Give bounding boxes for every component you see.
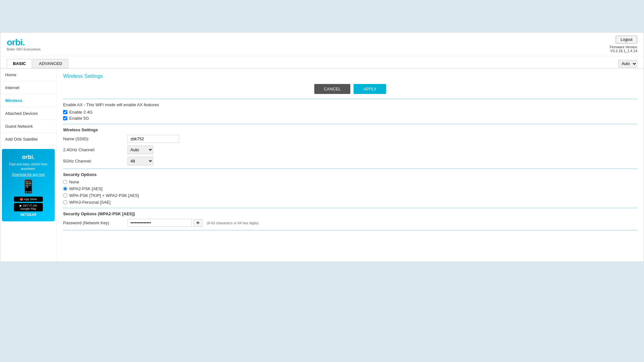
divider-5: [63, 230, 637, 230]
enable-24g-row: Enable 2.4G: [63, 110, 637, 115]
channel-5g-label: 5GHz Channel:: [63, 159, 128, 163]
sidebar: Home Internet Wireless Attached Devices …: [0, 69, 57, 262]
logo-area: orbi. Better WiFi Everywhere.: [7, 37, 42, 51]
firmware-version: V3.2.18.1_1.4.14: [610, 49, 637, 53]
logo: orbi.: [7, 37, 42, 48]
channel-24g-label: 2.4GHz Channel:: [63, 147, 128, 152]
password-field-wrapper: 👁 (8-63 characters or 64 hex digits): [128, 219, 259, 227]
divider-3: [63, 169, 637, 169]
download-app-link[interactable]: Download the app now: [5, 173, 52, 176]
header-right: Logout Firmware Version V3.2.18.1_1.4.14: [610, 36, 637, 53]
security-wpa2-section-label: Security Options (WPA2-PSK [AES]): [63, 211, 637, 216]
channel-24g-row: 2.4GHz Channel: Auto 1 6 11: [63, 145, 637, 154]
security-wpa3-radio[interactable]: [63, 200, 67, 204]
action-bar: CANCEL APPLY: [63, 84, 637, 94]
channel-24g-select[interactable]: Auto 1 6 11: [128, 145, 153, 154]
promo-logo: orbi.: [5, 154, 52, 161]
sidebar-item-wireless[interactable]: Wireless: [0, 94, 56, 107]
main-content: Wireless Settings CANCEL APPLY Enable AX…: [57, 69, 644, 262]
password-input[interactable]: [128, 219, 192, 227]
ssid-input[interactable]: [128, 135, 179, 143]
enable-24g-label: Enable 2.4G: [69, 110, 92, 115]
security-none-label: None: [69, 180, 79, 184]
firmware-info: Firmware Version V3.2.18.1_1.4.14: [610, 45, 637, 53]
security-wpa-tkip-row: WPA-PSK [TKIP] + WPA2-PSK [AES]: [63, 193, 637, 198]
firmware-label: Firmware Version: [610, 45, 637, 49]
header: orbi. Better WiFi Everywhere. Logout Fir…: [0, 32, 644, 56]
ssid-row: Name (SSID):: [63, 135, 637, 143]
security-wpa2-row: WPA2-PSK [AES]: [63, 186, 637, 191]
security-none-radio[interactable]: [63, 180, 67, 184]
password-hint: (8-63 characters or 64 hex digits): [207, 221, 259, 225]
security-wpa-tkip-label: WPA-PSK [TKIP] + WPA2-PSK [AES]: [69, 193, 139, 198]
password-row: Password (Network Key) 👁 (8-63 character…: [63, 219, 637, 227]
security-wpa-tkip-radio[interactable]: [63, 193, 67, 198]
enable-ax-section: Enable AX - This WiFi mode will enable A…: [63, 102, 637, 121]
enable-5g-label: Enable 5G: [69, 116, 89, 121]
enable-24g-checkbox[interactable]: [63, 110, 67, 114]
sidebar-item-home[interactable]: Home: [0, 69, 56, 81]
security-radio-group: None WPA2-PSK [AES] WPA-PSK [TKIP] + WPA…: [63, 180, 637, 205]
security-wpa2-section: Security Options (WPA2-PSK [AES]) Passwo…: [63, 211, 637, 227]
apply-button[interactable]: APPLY: [354, 84, 386, 94]
security-options-section: Security Options None WPA2-PSK [AES] WPA…: [63, 172, 637, 205]
google-play-button[interactable]: ▶ GET IT ON Google Play: [14, 203, 43, 211]
security-wpa2-radio[interactable]: [63, 187, 67, 191]
app-store-button[interactable]: 🍎 App Store: [14, 197, 43, 202]
cancel-button[interactable]: CANCEL: [314, 84, 351, 94]
channel-5g-row: 5GHz Channel: 48 36 40 44 52: [63, 157, 637, 165]
logo-tagline: Better WiFi Everywhere.: [7, 48, 42, 51]
sidebar-item-attached-devices[interactable]: Attached Devices: [0, 107, 56, 120]
security-wpa2-label: WPA2-PSK [AES]: [69, 186, 102, 191]
ssid-label: Name (SSID):: [63, 136, 128, 141]
divider-2: [63, 124, 637, 124]
toggle-password-button[interactable]: 👁: [194, 219, 203, 227]
divider-4: [63, 208, 637, 208]
sidebar-item-add-orbi-satellite[interactable]: Add Orbi Satellite: [0, 133, 56, 146]
enable-ax-label: Enable AX - This WiFi mode will enable A…: [63, 102, 637, 107]
logout-button[interactable]: Logout: [616, 36, 637, 43]
security-wpa3-label: WPA3-Personal [SAE]: [69, 200, 110, 205]
sidebar-promo: orbi. Fast and easy control from anywher…: [2, 149, 55, 221]
tab-basic[interactable]: BASIC: [7, 59, 32, 68]
sidebar-item-internet[interactable]: Internet: [0, 81, 56, 94]
security-none-row: None: [63, 180, 637, 184]
channel-5g-select[interactable]: 48 36 40 44 52: [128, 157, 153, 165]
security-options-label: Security Options: [63, 172, 637, 177]
divider-1: [63, 99, 637, 99]
nav-tabs: BASIC ADVANCED Auto: [0, 56, 644, 69]
language-select[interactable]: Auto: [618, 60, 637, 68]
promo-text: Fast and easy control from anywhere.: [5, 162, 52, 171]
enable-5g-checkbox[interactable]: [63, 116, 67, 120]
security-wpa3-row: WPA3-Personal [SAE]: [63, 200, 637, 205]
netgear-label: NETGEAR: [5, 213, 52, 217]
wireless-settings-section: Wireless Settings Name (SSID): 2.4GHz Ch…: [63, 127, 637, 165]
tab-advanced[interactable]: ADVANCED: [33, 59, 68, 68]
page-title: Wireless Settings: [63, 73, 637, 79]
enable-5g-row: Enable 5G: [63, 116, 637, 121]
sidebar-item-guest-network[interactable]: Guest Network: [0, 120, 56, 133]
content-wrapper: Home Internet Wireless Attached Devices …: [0, 69, 644, 262]
wireless-settings-label: Wireless Settings: [63, 127, 637, 132]
password-label: Password (Network Key): [63, 220, 128, 225]
